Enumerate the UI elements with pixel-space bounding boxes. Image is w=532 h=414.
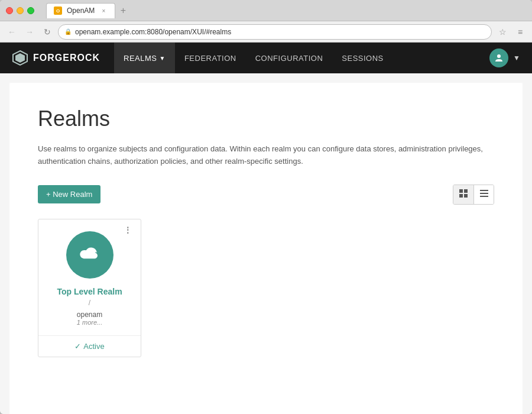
address-bar[interactable]: 🔒 openam.example.com:8080/openam/XUI/#re…	[58, 24, 492, 40]
traffic-lights	[6, 7, 34, 14]
brand-name: FORGEROCK	[33, 53, 100, 63]
user-avatar[interactable]	[489, 48, 508, 67]
view-toggle	[453, 185, 494, 205]
content-toolbar: + New Realm	[38, 185, 494, 205]
nav-item-sessions[interactable]: SESSIONS	[332, 43, 392, 73]
realms-chevron-icon: ▼	[159, 55, 165, 62]
realm-name: Top Level Realm	[57, 287, 122, 296]
brand-logo-icon	[12, 50, 28, 66]
list-view-button[interactable]	[473, 185, 494, 204]
realms-grid: ⋮ Top Level Realm / openam 1 more...	[38, 219, 494, 357]
back-button[interactable]: ←	[5, 25, 19, 39]
tab-favicon: O	[54, 7, 62, 15]
realm-alias: openam	[77, 310, 102, 319]
brand: FORGEROCK	[12, 50, 100, 66]
svg-rect-6	[464, 194, 468, 198]
grid-view-button[interactable]	[453, 185, 473, 204]
minimize-traffic-light[interactable]	[17, 7, 24, 14]
card-footer: ✓ Active	[38, 335, 141, 357]
navbar: FORGEROCK REALMS ▼ FEDERATION CONFIGURAT…	[0, 43, 532, 73]
realm-more: 1 more...	[77, 319, 102, 326]
maximize-traffic-light[interactable]	[27, 7, 34, 14]
nav-item-realms[interactable]: REALMS ▼	[114, 43, 175, 73]
address-icon: 🔒	[64, 28, 72, 35]
browser-tab[interactable]: O OpenAM ×	[46, 3, 115, 18]
nav-item-configuration[interactable]: CONFIGURATION	[246, 43, 333, 73]
browser-actions: ☆ ≡	[495, 25, 527, 39]
list-icon	[480, 189, 488, 199]
browser-titlebar: O OpenAM × +	[0, 0, 532, 21]
browser-toolbar: ← → ↻ 🔒 openam.example.com:8080/openam/X…	[0, 21, 532, 43]
nav-item-federation[interactable]: FEDERATION	[175, 43, 246, 73]
svg-rect-5	[459, 194, 463, 198]
menu-button[interactable]: ≡	[513, 25, 527, 39]
grid-icon	[459, 189, 468, 199]
page-title: Realms	[38, 106, 494, 131]
cloud-icon	[76, 244, 103, 266]
user-menu-chevron-icon[interactable]: ▼	[513, 54, 520, 62]
new-tab-button[interactable]: +	[115, 3, 131, 18]
svg-rect-8	[480, 193, 488, 194]
forward-button[interactable]: →	[22, 25, 37, 39]
status-badge: ✓ Active	[74, 342, 104, 351]
browser-frame: O OpenAM × + ← → ↻ 🔒 openam.example.com:…	[0, 0, 532, 414]
tab-title: OpenAM	[67, 7, 95, 15]
nav-right: ▼	[489, 48, 520, 67]
app-content: FORGEROCK REALMS ▼ FEDERATION CONFIGURAT…	[0, 43, 532, 414]
tab-close-button[interactable]: ×	[99, 7, 108, 15]
realm-path: /	[89, 299, 90, 307]
new-realm-button[interactable]: + New Realm	[38, 185, 100, 203]
close-traffic-light[interactable]	[6, 7, 13, 14]
tab-bar: O OpenAM × +	[46, 3, 131, 18]
svg-rect-9	[480, 196, 488, 197]
svg-marker-1	[15, 53, 25, 63]
svg-rect-7	[480, 190, 488, 191]
bookmark-button[interactable]: ☆	[495, 25, 510, 39]
card-menu-button[interactable]: ⋮	[120, 224, 136, 236]
card-body: Top Level Realm / openam 1 more...	[38, 219, 141, 335]
svg-rect-4	[464, 189, 468, 193]
status-label: Active	[83, 342, 104, 351]
realm-card[interactable]: ⋮ Top Level Realm / openam 1 more...	[38, 219, 141, 357]
address-text: openam.example.com:8080/openam/XUI/#real…	[75, 28, 231, 36]
svg-rect-3	[459, 189, 463, 193]
refresh-button[interactable]: ↻	[40, 25, 54, 39]
realm-icon-circle	[66, 231, 113, 279]
nav-items: REALMS ▼ FEDERATION CONFIGURATION SESSIO…	[114, 43, 489, 73]
page-description: Use realms to organize subjects and conf…	[38, 143, 487, 168]
check-icon: ✓	[74, 342, 81, 351]
svg-point-2	[497, 54, 501, 58]
main-content: Realms Use realms to organize subjects a…	[9, 83, 523, 414]
